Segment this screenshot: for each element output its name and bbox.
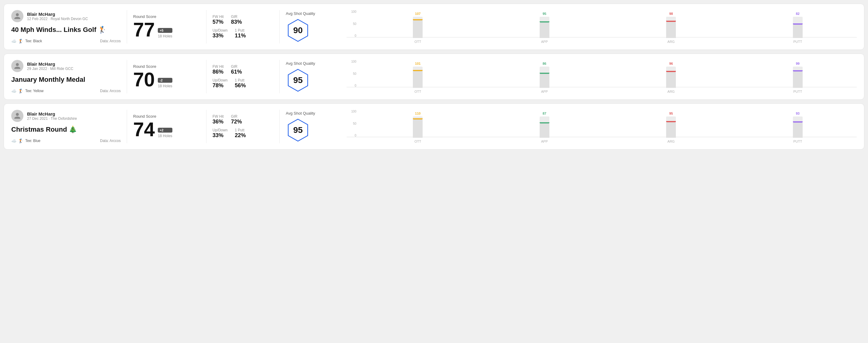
up-down-stat-label: Up/Down bbox=[213, 78, 227, 83]
bar-accent bbox=[793, 23, 803, 25]
score-number: 77 bbox=[133, 20, 155, 39]
bar-chart-section: 100500110OTT87APP95ARG93PUTT bbox=[347, 110, 857, 143]
bar-x-label: OTT bbox=[414, 90, 421, 93]
score-section: Round Score77+518 Holes bbox=[133, 10, 200, 43]
up-down-stat-label: Up/Down bbox=[213, 28, 227, 33]
fw-hit-stat-value: 36% bbox=[213, 119, 224, 125]
one-putt-stat-label: 1 Putt bbox=[235, 128, 246, 132]
up-down-stat-label: Up/Down bbox=[213, 128, 227, 132]
stats-section: FW Hit57%GIR83%Up/Down33%1 Putt11% bbox=[213, 10, 273, 43]
data-source: Data: Arccos bbox=[100, 89, 121, 93]
user-row: Blair McHarg29 Jan 2022 · Mill Ride GCC bbox=[11, 60, 121, 72]
stats-row-2: Up/Down33%1 Putt11% bbox=[213, 28, 273, 39]
divider bbox=[206, 60, 207, 93]
quality-label: Avg Shot Quality bbox=[286, 111, 315, 116]
score-details: -218 Holes bbox=[158, 78, 172, 89]
bar-fill bbox=[540, 73, 549, 88]
y-axis-label: 50 bbox=[353, 122, 358, 125]
up-down-stat: Up/Down78% bbox=[213, 78, 227, 89]
y-axis-label: 100 bbox=[351, 110, 358, 113]
y-axis: 100500 bbox=[347, 110, 358, 137]
divider bbox=[279, 60, 280, 93]
gir-stat-value: 61% bbox=[231, 69, 242, 75]
one-putt-stat-value: 22% bbox=[235, 132, 246, 139]
quality-score: 90 bbox=[293, 26, 303, 35]
bar-value-label: 98 bbox=[669, 12, 673, 15]
one-putt-stat-label: 1 Putt bbox=[235, 28, 246, 33]
user-name: Blair McHarg bbox=[27, 61, 73, 67]
quality-section: Avg Shot Quality 95 bbox=[286, 60, 347, 93]
gir-stat-label: GIR bbox=[231, 114, 242, 119]
weather-icon: ☁️ bbox=[11, 89, 17, 93]
bar-chart: 100500101OTT86APP96ARG99PUTT bbox=[347, 60, 857, 93]
bar-x-label: PUTT bbox=[793, 90, 802, 93]
user-date: 29 Jan 2022 · Mill Ride GCC bbox=[27, 67, 73, 71]
round-title: 40 Mph Winds... Links Golf 🏌️ bbox=[11, 26, 121, 34]
up-down-stat-value: 33% bbox=[213, 132, 227, 139]
bar-group-arg: 98ARG bbox=[612, 12, 730, 43]
round-title: January Monthly Medal bbox=[11, 76, 121, 84]
golf-bag-icon: 🏌 bbox=[18, 138, 23, 143]
stats-row-1: FW Hit57%GIR83% bbox=[213, 14, 273, 25]
bar-wrapper bbox=[540, 67, 549, 88]
stats-section: FW Hit86%GIR61%Up/Down78%1 Putt56% bbox=[213, 60, 273, 93]
y-axis-label: 100 bbox=[351, 60, 358, 63]
score-badge: +2 bbox=[158, 128, 172, 132]
chart-baseline bbox=[347, 87, 857, 87]
bar-x-label: ARG bbox=[667, 40, 675, 43]
round-card: Blair McHarg29 Jan 2022 · Mill Ride GCCJ… bbox=[4, 54, 864, 100]
score-label: Round Score bbox=[133, 114, 200, 119]
fw-hit-stat-label: FW Hit bbox=[213, 114, 224, 119]
round-info-section: Blair McHarg27 Dec 2021 · The Oxfordshir… bbox=[11, 110, 121, 143]
gir-stat: GIR61% bbox=[231, 64, 242, 75]
quality-label: Avg Shot Quality bbox=[286, 61, 315, 66]
weather-icon: ☁️ bbox=[11, 138, 17, 143]
score-section: Round Score74+218 Holes bbox=[133, 110, 200, 143]
bar-value-label: 86 bbox=[543, 62, 546, 65]
gir-stat-label: GIR bbox=[231, 14, 242, 19]
bar-value-label: 96 bbox=[669, 62, 673, 65]
round-card: Blair McHarg27 Dec 2021 · The Oxfordshir… bbox=[4, 103, 864, 150]
bar-value-label: 110 bbox=[415, 112, 421, 115]
bar-accent bbox=[793, 70, 803, 71]
score-row: 70-218 Holes bbox=[133, 70, 200, 89]
data-source: Data: Arccos bbox=[100, 139, 121, 143]
hexagon-quality: 90 bbox=[286, 18, 310, 42]
bar-group-putt: 99PUTT bbox=[739, 62, 857, 93]
fw-hit-stat-value: 57% bbox=[213, 19, 224, 25]
golf-bag-icon: 🏌 bbox=[18, 89, 23, 93]
bar-wrapper bbox=[540, 117, 549, 138]
up-down-stat-value: 78% bbox=[213, 83, 227, 89]
bar-group-putt: 93PUTT bbox=[739, 112, 857, 143]
bar-accent bbox=[540, 73, 549, 74]
one-putt-stat-value: 11% bbox=[235, 33, 246, 39]
tee-row: ☁️🏌Tee: BlackData: Arccos bbox=[11, 36, 121, 43]
bar-fill bbox=[793, 121, 803, 138]
bar-group-app: 86APP bbox=[486, 62, 604, 93]
score-label: Round Score bbox=[133, 64, 200, 69]
stats-row-2: Up/Down78%1 Putt56% bbox=[213, 78, 273, 89]
user-name: Blair McHarg bbox=[27, 111, 77, 117]
bar-value-label: 95 bbox=[669, 112, 673, 115]
user-row: Blair McHarg12 Feb 2022 · Royal North De… bbox=[11, 10, 121, 22]
weather-icon: ☁️ bbox=[11, 39, 17, 43]
bar-x-label: ARG bbox=[667, 90, 675, 93]
y-axis: 100500 bbox=[347, 10, 358, 37]
bar-x-label: ARG bbox=[667, 139, 675, 143]
bar-value-label: 93 bbox=[796, 112, 800, 115]
up-down-stat: Up/Down33% bbox=[213, 128, 227, 139]
round-info-section: Blair McHarg29 Jan 2022 · Mill Ride GCCJ… bbox=[11, 60, 121, 93]
bar-fill bbox=[540, 21, 549, 38]
golf-bag-icon: 🏌 bbox=[18, 39, 23, 43]
bar-fill bbox=[413, 19, 423, 38]
user-name: Blair McHarg bbox=[27, 11, 88, 17]
bar-value-label: 87 bbox=[543, 112, 546, 115]
bar-wrapper bbox=[666, 117, 676, 138]
stats-row-2: Up/Down33%1 Putt22% bbox=[213, 128, 273, 139]
stats-row-1: FW Hit86%GIR61% bbox=[213, 64, 273, 75]
fw-hit-stat-label: FW Hit bbox=[213, 14, 224, 19]
stats-section: FW Hit36%GIR72%Up/Down33%1 Putt22% bbox=[213, 110, 273, 143]
fw-hit-stat-label: FW Hit bbox=[213, 64, 224, 69]
bar-wrapper bbox=[413, 117, 423, 138]
bar-fill bbox=[793, 23, 803, 38]
